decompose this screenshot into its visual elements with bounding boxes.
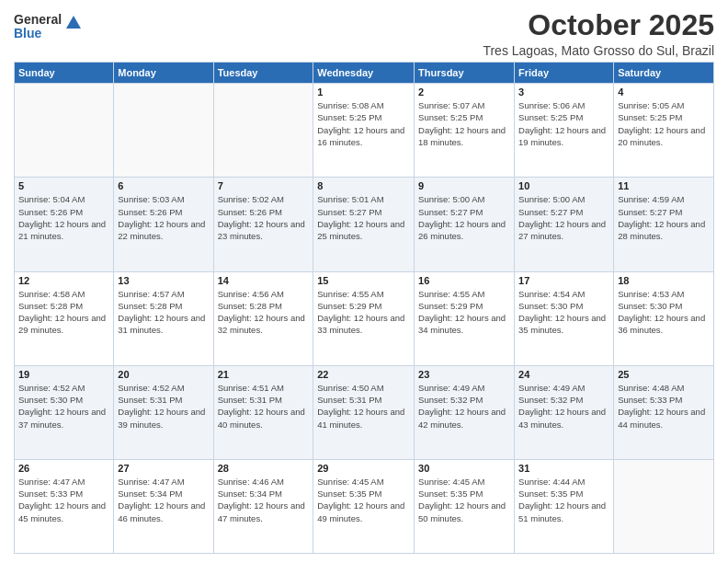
table-row: 9Sunrise: 5:00 AMSunset: 5:27 PMDaylight…	[415, 178, 515, 271]
table-row: 1Sunrise: 5:08 AMSunset: 5:25 PMDaylight…	[313, 84, 415, 178]
day-info: Sunrise: 5:00 AMSunset: 5:27 PMDaylight:…	[418, 193, 510, 242]
day-info: Sunrise: 4:48 AMSunset: 5:33 PMDaylight:…	[618, 382, 710, 431]
table-row	[15, 84, 114, 178]
col-saturday: Saturday	[614, 63, 714, 84]
table-row: 11Sunrise: 4:59 AMSunset: 5:27 PMDayligh…	[614, 178, 714, 271]
table-row	[614, 459, 714, 553]
month-title: October 2025	[483, 9, 714, 41]
calendar-week-row: 12Sunrise: 4:58 AMSunset: 5:28 PMDayligh…	[15, 271, 714, 365]
day-number: 3	[518, 86, 609, 98]
table-row: 20Sunrise: 4:52 AMSunset: 5:31 PMDayligh…	[114, 365, 213, 459]
day-info: Sunrise: 5:07 AMSunset: 5:25 PMDaylight:…	[418, 99, 510, 148]
calendar: Sunday Monday Tuesday Wednesday Thursday…	[14, 62, 714, 554]
header: General Blue October 2025 Tres Lagoas, M…	[14, 9, 714, 58]
day-number: 31	[518, 463, 609, 474]
title-block: October 2025 Tres Lagoas, Mato Grosso do…	[483, 9, 714, 58]
col-thursday: Thursday	[415, 63, 515, 84]
day-number: 30	[418, 463, 510, 474]
day-info: Sunrise: 4:45 AMSunset: 5:35 PMDaylight:…	[317, 476, 410, 524]
table-row: 17Sunrise: 4:54 AMSunset: 5:30 PMDayligh…	[515, 271, 614, 365]
logo: General Blue	[14, 13, 83, 41]
calendar-week-row: 26Sunrise: 4:47 AMSunset: 5:33 PMDayligh…	[15, 459, 714, 553]
day-number: 20	[118, 369, 209, 380]
day-info: Sunrise: 5:08 AMSunset: 5:25 PMDaylight:…	[317, 99, 410, 148]
day-number: 16	[418, 275, 510, 286]
day-info: Sunrise: 5:06 AMSunset: 5:25 PMDaylight:…	[518, 99, 609, 148]
table-row: 19Sunrise: 4:52 AMSunset: 5:30 PMDayligh…	[15, 365, 114, 459]
table-row: 7Sunrise: 5:02 AMSunset: 5:26 PMDaylight…	[213, 178, 313, 271]
day-number: 10	[518, 180, 609, 191]
day-info: Sunrise: 5:04 AMSunset: 5:26 PMDaylight:…	[18, 193, 109, 242]
table-row: 14Sunrise: 4:56 AMSunset: 5:28 PMDayligh…	[213, 271, 313, 365]
day-info: Sunrise: 4:53 AMSunset: 5:30 PMDaylight:…	[618, 288, 710, 337]
table-row: 30Sunrise: 4:45 AMSunset: 5:35 PMDayligh…	[415, 459, 515, 553]
day-info: Sunrise: 4:45 AMSunset: 5:35 PMDaylight:…	[418, 476, 510, 524]
table-row: 8Sunrise: 5:01 AMSunset: 5:27 PMDaylight…	[313, 178, 415, 271]
day-number: 4	[618, 86, 710, 98]
calendar-week-row: 1Sunrise: 5:08 AMSunset: 5:25 PMDaylight…	[15, 84, 714, 178]
day-info: Sunrise: 4:55 AMSunset: 5:29 PMDaylight:…	[317, 288, 410, 337]
table-row: 4Sunrise: 5:05 AMSunset: 5:25 PMDaylight…	[614, 84, 714, 178]
table-row: 31Sunrise: 4:44 AMSunset: 5:35 PMDayligh…	[515, 459, 614, 553]
day-info: Sunrise: 4:59 AMSunset: 5:27 PMDaylight:…	[618, 193, 710, 242]
day-info: Sunrise: 4:47 AMSunset: 5:33 PMDaylight:…	[18, 476, 109, 524]
logo-blue: Blue	[14, 27, 62, 40]
day-number: 14	[218, 275, 310, 286]
day-info: Sunrise: 4:58 AMSunset: 5:28 PMDaylight:…	[18, 288, 109, 337]
table-row	[213, 84, 313, 178]
day-info: Sunrise: 4:54 AMSunset: 5:30 PMDaylight:…	[518, 288, 609, 337]
col-monday: Monday	[114, 63, 213, 84]
day-info: Sunrise: 4:44 AMSunset: 5:35 PMDaylight:…	[518, 476, 609, 524]
table-row: 22Sunrise: 4:50 AMSunset: 5:31 PMDayligh…	[313, 365, 415, 459]
table-row: 24Sunrise: 4:49 AMSunset: 5:32 PMDayligh…	[515, 365, 614, 459]
table-row: 10Sunrise: 5:00 AMSunset: 5:27 PMDayligh…	[515, 178, 614, 271]
day-info: Sunrise: 5:02 AMSunset: 5:26 PMDaylight:…	[218, 193, 310, 242]
table-row: 12Sunrise: 4:58 AMSunset: 5:28 PMDayligh…	[15, 271, 114, 365]
table-row: 26Sunrise: 4:47 AMSunset: 5:33 PMDayligh…	[15, 459, 114, 553]
col-wednesday: Wednesday	[313, 63, 415, 84]
day-number: 19	[18, 369, 109, 380]
table-row: 16Sunrise: 4:55 AMSunset: 5:29 PMDayligh…	[415, 271, 515, 365]
day-info: Sunrise: 4:57 AMSunset: 5:28 PMDaylight:…	[118, 288, 209, 337]
table-row: 29Sunrise: 4:45 AMSunset: 5:35 PMDayligh…	[313, 459, 415, 553]
day-number: 17	[518, 275, 609, 286]
day-number: 5	[18, 180, 109, 191]
day-number: 22	[317, 369, 410, 380]
table-row: 21Sunrise: 4:51 AMSunset: 5:31 PMDayligh…	[213, 365, 313, 459]
day-number: 6	[118, 180, 209, 191]
table-row	[114, 84, 213, 178]
day-number: 26	[18, 463, 109, 474]
day-number: 2	[418, 86, 510, 98]
day-number: 7	[218, 180, 310, 191]
day-info: Sunrise: 4:52 AMSunset: 5:31 PMDaylight:…	[118, 382, 209, 431]
logo-icon	[64, 14, 83, 32]
table-row: 23Sunrise: 4:49 AMSunset: 5:32 PMDayligh…	[415, 365, 515, 459]
col-friday: Friday	[515, 63, 614, 84]
col-sunday: Sunday	[15, 63, 114, 84]
location: Tres Lagoas, Mato Grosso do Sul, Brazil	[483, 43, 714, 58]
day-number: 12	[18, 275, 109, 286]
day-number: 23	[418, 369, 510, 380]
table-row: 15Sunrise: 4:55 AMSunset: 5:29 PMDayligh…	[313, 271, 415, 365]
calendar-header-row: Sunday Monday Tuesday Wednesday Thursday…	[15, 63, 714, 84]
table-row: 18Sunrise: 4:53 AMSunset: 5:30 PMDayligh…	[614, 271, 714, 365]
table-row: 27Sunrise: 4:47 AMSunset: 5:34 PMDayligh…	[114, 459, 213, 553]
day-number: 24	[518, 369, 609, 380]
day-info: Sunrise: 4:51 AMSunset: 5:31 PMDaylight:…	[218, 382, 310, 431]
day-number: 29	[317, 463, 410, 474]
table-row: 3Sunrise: 5:06 AMSunset: 5:25 PMDaylight…	[515, 84, 614, 178]
table-row: 13Sunrise: 4:57 AMSunset: 5:28 PMDayligh…	[114, 271, 213, 365]
day-number: 18	[618, 275, 710, 286]
day-info: Sunrise: 5:03 AMSunset: 5:26 PMDaylight:…	[118, 193, 209, 242]
table-row: 25Sunrise: 4:48 AMSunset: 5:33 PMDayligh…	[614, 365, 714, 459]
calendar-week-row: 5Sunrise: 5:04 AMSunset: 5:26 PMDaylight…	[15, 178, 714, 271]
table-row: 6Sunrise: 5:03 AMSunset: 5:26 PMDaylight…	[114, 178, 213, 271]
day-info: Sunrise: 4:49 AMSunset: 5:32 PMDaylight:…	[418, 382, 510, 431]
day-info: Sunrise: 4:46 AMSunset: 5:34 PMDaylight:…	[218, 476, 310, 524]
table-row: 2Sunrise: 5:07 AMSunset: 5:25 PMDaylight…	[415, 84, 515, 178]
day-number: 28	[218, 463, 310, 474]
day-number: 27	[118, 463, 209, 474]
calendar-week-row: 19Sunrise: 4:52 AMSunset: 5:30 PMDayligh…	[15, 365, 714, 459]
col-tuesday: Tuesday	[213, 63, 313, 84]
day-info: Sunrise: 4:49 AMSunset: 5:32 PMDaylight:…	[518, 382, 609, 431]
